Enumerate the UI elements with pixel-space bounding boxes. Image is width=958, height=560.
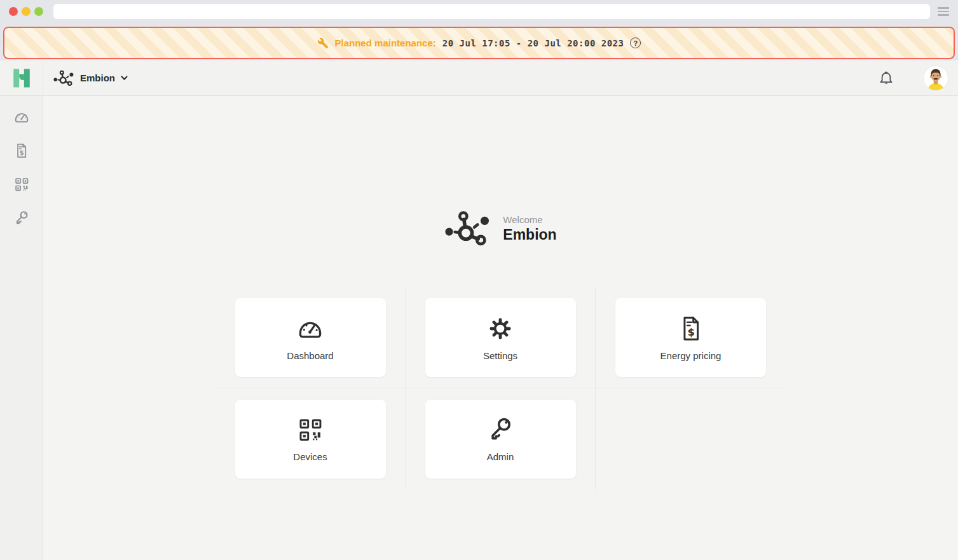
sidebar-item-admin[interactable] (0, 201, 43, 235)
sidebar-item-energy-pricing[interactable]: $ (0, 133, 43, 167)
close-button[interactable] (9, 7, 18, 16)
qr-code-icon (13, 176, 30, 193)
chevron-down-icon (121, 76, 128, 81)
maintenance-banner: Planned maintenance: 20 Jul 17:05 - 20 J… (3, 27, 955, 59)
minimize-button[interactable] (22, 7, 31, 16)
browser-menu-icon[interactable] (938, 7, 949, 16)
app-logo[interactable] (0, 60, 43, 95)
card-label: Devices (293, 451, 327, 462)
banner-title: Planned maintenance: (335, 38, 436, 48)
org-name: Embion (80, 72, 115, 83)
sidebar-item-devices[interactable] (0, 167, 43, 201)
svg-text:$: $ (19, 149, 24, 156)
wrench-icon (317, 38, 329, 49)
window-controls (9, 7, 43, 16)
invoice-icon: $ (13, 142, 30, 159)
sidebar: $ (0, 96, 43, 560)
banner-schedule: 20 Jul 17:05 - 20 Jul 20:00 2023 (442, 38, 624, 48)
key-icon (486, 416, 514, 444)
main-content: Welcome Embion (43, 96, 958, 560)
card-label: Admin (487, 451, 514, 462)
card-label: Dashboard (287, 350, 333, 361)
nav-card-grid: Dashboard (216, 287, 786, 489)
card-admin[interactable]: Admin (425, 400, 576, 479)
avatar[interactable] (924, 66, 948, 90)
gauge-icon (13, 109, 30, 125)
molecule-icon (444, 209, 491, 248)
app-header: Embion (0, 60, 958, 96)
svg-text:$: $ (687, 326, 694, 338)
help-icon[interactable]: ? (630, 38, 641, 48)
empty-grid-cell (596, 388, 786, 489)
notifications-bell-icon[interactable] (878, 70, 894, 86)
card-energy-pricing[interactable]: $ Energy pricing (615, 298, 766, 377)
card-label: Settings (483, 350, 517, 361)
card-devices[interactable]: Devices (235, 400, 386, 479)
welcome-greeting: Welcome (503, 214, 556, 225)
key-icon (13, 210, 30, 226)
browser-chrome (0, 0, 958, 23)
maintenance-banner-wrap: Planned maintenance: 20 Jul 17:05 - 20 J… (0, 23, 958, 60)
org-switcher[interactable]: Embion (53, 69, 128, 87)
card-dashboard[interactable]: Dashboard (235, 298, 386, 377)
h-logo-icon (11, 67, 32, 89)
molecule-icon (53, 69, 74, 87)
address-bar[interactable] (53, 4, 930, 19)
card-settings[interactable]: Settings (425, 298, 576, 377)
qr-code-icon (296, 416, 324, 444)
welcome-org-name: Embion (503, 226, 556, 243)
gear-icon (486, 315, 514, 343)
zoom-button[interactable] (34, 7, 43, 16)
gauge-icon (296, 315, 324, 343)
card-label: Energy pricing (660, 350, 722, 361)
invoice-icon: $ (677, 315, 705, 343)
sidebar-item-dashboard[interactable] (0, 100, 43, 133)
welcome-block: Welcome Embion (43, 96, 958, 248)
